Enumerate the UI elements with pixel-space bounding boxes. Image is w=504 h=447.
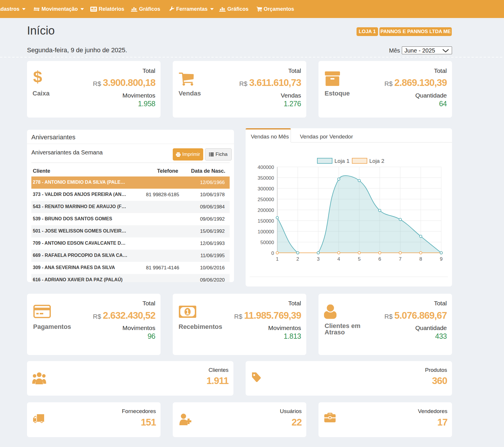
svg-text:50000: 50000 <box>260 240 274 245</box>
svg-text:200000: 200000 <box>258 208 274 213</box>
svg-text:8: 8 <box>419 256 422 262</box>
svg-text:Loja 2: Loja 2 <box>369 158 384 164</box>
svg-text:2: 2 <box>296 256 299 262</box>
svg-text:400000: 400000 <box>258 165 274 170</box>
svg-text:3: 3 <box>317 256 319 262</box>
svg-text:0: 0 <box>271 250 274 256</box>
svg-text:250000: 250000 <box>258 197 274 202</box>
svg-text:300000: 300000 <box>258 186 274 192</box>
svg-text:5: 5 <box>358 256 361 262</box>
svg-text:4: 4 <box>337 256 340 262</box>
svg-text:1: 1 <box>276 256 278 262</box>
svg-text:7: 7 <box>399 256 402 262</box>
svg-text:9: 9 <box>440 256 442 262</box>
svg-text:6: 6 <box>378 256 381 262</box>
svg-text:Loja 1: Loja 1 <box>334 158 350 164</box>
svg-text:1: 1 <box>186 308 190 316</box>
svg-text:350000: 350000 <box>258 175 274 181</box>
svg-text:150000: 150000 <box>258 218 274 224</box>
svg-text:100000: 100000 <box>258 229 274 235</box>
